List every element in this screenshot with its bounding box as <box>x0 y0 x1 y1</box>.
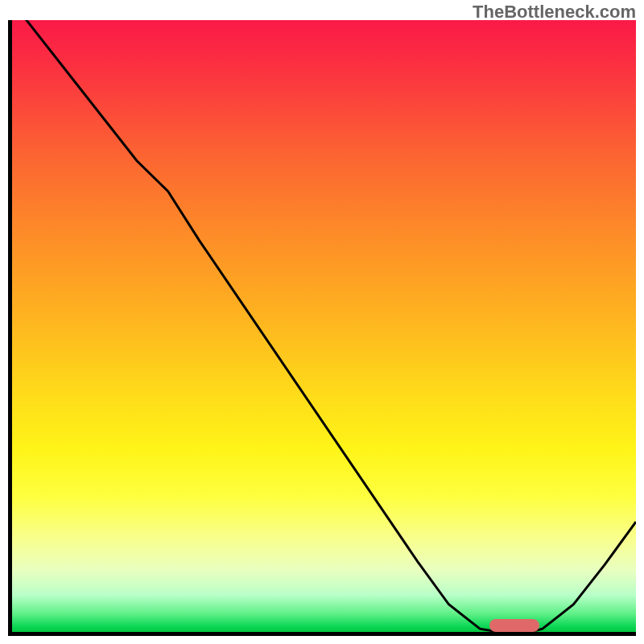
chart-curve <box>12 20 636 632</box>
sweet-spot-marker <box>489 619 539 632</box>
chart-plot-area <box>8 20 636 636</box>
watermark-text: TheBottleneck.com <box>473 2 636 23</box>
